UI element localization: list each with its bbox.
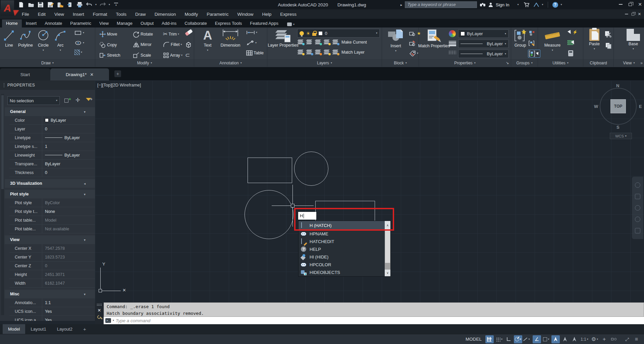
circle-button[interactable]: Circle ▾ bbox=[35, 29, 52, 52]
grid-toggle[interactable] bbox=[485, 335, 494, 343]
edit-attributes-button[interactable]: ▾ bbox=[409, 50, 418, 56]
prop-row-linetype-scale[interactable]: Linetype s...1 bbox=[9, 142, 95, 151]
prop-row-plot-style[interactable]: Plot styleByColor bbox=[9, 198, 95, 207]
isolate-objects-toggle[interactable] bbox=[609, 335, 618, 343]
dimension-button[interactable]: Dimension bbox=[217, 29, 244, 48]
menu-view[interactable]: View bbox=[50, 10, 68, 18]
viewcube-west[interactable]: W bbox=[594, 104, 598, 109]
user-icon[interactable] bbox=[488, 2, 493, 7]
autocomplete-scrollbar[interactable]: ∧ ∨ bbox=[385, 221, 390, 276]
search-collapse-icon[interactable]: ▸ bbox=[400, 3, 402, 7]
polar-tracking-toggle[interactable]: ▾ bbox=[514, 335, 522, 343]
command-input[interactable] bbox=[116, 318, 644, 323]
drawn-circle-1[interactable] bbox=[294, 152, 328, 186]
scroll-down-icon[interactable]: ∨ bbox=[385, 270, 390, 276]
tab-insert[interactable]: Insert bbox=[22, 19, 41, 27]
doc-minimize-button[interactable] bbox=[625, 14, 628, 14]
lineweight-dropdown[interactable]: ByLayer▾ bbox=[458, 40, 508, 48]
model-space-indicator[interactable]: MODEL bbox=[466, 337, 482, 342]
prop-row-plot-style-table[interactable]: Plot style t...None bbox=[9, 207, 95, 216]
command-input-row[interactable]: >_ ▾ bbox=[104, 317, 644, 324]
tab-collaborate[interactable]: Collaborate bbox=[180, 19, 211, 27]
menu-modify[interactable]: Modify bbox=[180, 10, 202, 18]
help-caret-icon[interactable]: ▾ bbox=[561, 3, 562, 6]
layer-unlock-icon[interactable] bbox=[324, 50, 330, 55]
open-from-mobile-icon[interactable] bbox=[56, 1, 64, 8]
section-3d-visualization[interactable]: 3D Visualization◂ bbox=[5, 179, 95, 188]
prop-row-lineweight[interactable]: LineweightByLayer bbox=[9, 151, 95, 160]
circle-caret-icon[interactable]: ▾ bbox=[43, 49, 44, 52]
doc-restore-button[interactable] bbox=[632, 13, 635, 15]
menu-format[interactable]: Format bbox=[89, 10, 112, 18]
viewport-controls[interactable]: [−][Top][2D Wireframe] bbox=[97, 82, 141, 88]
drawing-canvas[interactable]: [−][Top][2D Wireframe] Y ✕ N W S E TOP W… bbox=[95, 80, 644, 324]
redo-icon[interactable] bbox=[99, 1, 106, 8]
measure-button[interactable]: Measure ▾ bbox=[541, 29, 564, 52]
layer-thaw-icon[interactable] bbox=[307, 50, 313, 55]
leader-button[interactable]: ▾ bbox=[246, 40, 257, 46]
hatch-button[interactable]: ▾ bbox=[74, 50, 82, 55]
trim-button[interactable]: ✂Trim▾ bbox=[163, 31, 179, 37]
new-drawing-tab-button[interactable]: + bbox=[114, 70, 121, 77]
navigation-bar[interactable] bbox=[632, 177, 643, 239]
mirror-button[interactable]: Mirror bbox=[133, 42, 152, 48]
arc-button[interactable]: Arc ▾ bbox=[53, 29, 68, 52]
menu-parametric[interactable]: Parametric bbox=[202, 10, 233, 18]
customization-menu[interactable]: ≡ bbox=[632, 335, 641, 343]
drawn-circle-2[interactable] bbox=[245, 190, 293, 239]
panel-annotation-label[interactable]: Annotation bbox=[219, 61, 238, 65]
annotation-scale-value[interactable]: 1:1▾ bbox=[580, 335, 589, 343]
join-button[interactable]: ⊂ bbox=[185, 52, 190, 58]
doc-close-button[interactable]: ✕ bbox=[638, 12, 641, 16]
prop-row-center-x[interactable]: Center X7547.2578 bbox=[9, 244, 95, 253]
tab-express-tools[interactable]: Express Tools bbox=[211, 19, 246, 27]
layer-properties-button[interactable]: Layer Properties bbox=[270, 29, 296, 48]
match-properties-button[interactable]: Match Properties bbox=[421, 29, 447, 49]
properties-launcher-icon[interactable]: ↘ bbox=[506, 61, 509, 65]
menu-insert[interactable]: Insert bbox=[68, 10, 89, 18]
prop-row-ucs-icon-at-origin[interactable]: UCS icon a...Yes bbox=[9, 316, 95, 321]
panel-layers-label[interactable]: Layers bbox=[317, 61, 329, 65]
quick-select-button[interactable]: ⚡ bbox=[568, 30, 578, 34]
tab-annotate[interactable]: Annotate bbox=[41, 19, 66, 27]
show-motion-icon[interactable] bbox=[635, 228, 640, 233]
command-history[interactable]: Command: _.erase 1 found Hatch boundary … bbox=[104, 302, 644, 317]
make-current-icon[interactable] bbox=[333, 40, 339, 45]
layer-freeze2-icon[interactable] bbox=[315, 40, 321, 45]
prop-row-height[interactable]: Height2451.3071 bbox=[9, 270, 95, 279]
open-folder-icon[interactable] bbox=[27, 1, 35, 8]
properties-palette-header[interactable]: PROPERTIES bbox=[0, 80, 95, 90]
fillet-button[interactable]: Fillet▾ bbox=[163, 42, 182, 48]
menu-tools[interactable]: Tools bbox=[112, 10, 131, 18]
command-customize-icon[interactable] bbox=[97, 315, 102, 320]
polyline-button[interactable]: Polyline bbox=[17, 29, 34, 48]
panel-clipboard-label[interactable]: Clipboard bbox=[590, 61, 607, 65]
object-snap-tracking-toggle[interactable]: ∠ bbox=[533, 335, 541, 343]
arc-caret-icon[interactable]: ▾ bbox=[60, 49, 61, 52]
logo-caret-icon[interactable]: ▾ bbox=[12, 7, 17, 17]
autocomplete-item-hpname[interactable]: HPNAME bbox=[299, 230, 390, 238]
autocomplete-item-hideobjects[interactable]: HIDEOBJECTS bbox=[299, 269, 390, 276]
zoom-icon[interactable] bbox=[635, 205, 640, 211]
section-misc[interactable]: Misc▾ bbox=[5, 290, 95, 298]
layer-sun-icon[interactable] bbox=[315, 50, 321, 55]
3d-box-button[interactable] bbox=[185, 42, 192, 48]
insert-caret-icon[interactable]: ▾ bbox=[395, 50, 396, 52]
prop-row-annotation-scale[interactable]: Annotatio...1:1 bbox=[9, 298, 95, 307]
layer-lock2-icon[interactable] bbox=[324, 40, 330, 45]
panel-utilities-label[interactable]: Utilities bbox=[552, 61, 566, 65]
autoscale-toggle[interactable] bbox=[561, 335, 569, 343]
table-button[interactable]: Table bbox=[246, 50, 264, 56]
selection-dropdown[interactable]: No selection▾ bbox=[7, 96, 60, 105]
ellipse-button[interactable]: ▾ bbox=[74, 40, 84, 46]
ungroup-button[interactable] bbox=[529, 30, 535, 36]
file-tab-drawing1[interactable]: Drawing1*✕ bbox=[50, 68, 109, 80]
scroll-thumb[interactable] bbox=[385, 231, 390, 263]
layer-off-icon[interactable] bbox=[298, 40, 304, 45]
line-button[interactable]: Line bbox=[2, 29, 16, 48]
paste-button[interactable]: Paste ▾ bbox=[586, 29, 603, 50]
ribbon-display-toggle[interactable]: ▾ bbox=[287, 22, 294, 27]
prop-row-transparency[interactable]: Transpare...ByLayer bbox=[9, 160, 95, 168]
undo-icon[interactable] bbox=[86, 1, 93, 8]
wcs-dropdown[interactable]: WCS▾ bbox=[610, 133, 632, 139]
